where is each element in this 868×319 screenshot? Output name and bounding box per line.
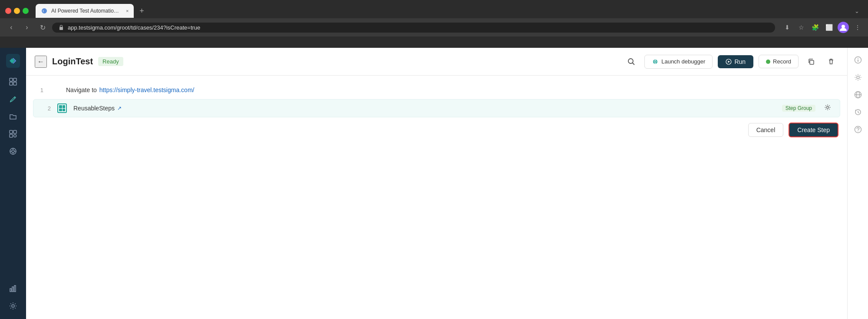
svg-point-23 <box>628 59 633 63</box>
app-logo[interactable] <box>5 53 21 69</box>
browser-titlebar: t AI Powered Test Automation P... × + ⌄ <box>0 0 868 18</box>
forward-button[interactable]: › <box>21 21 33 33</box>
svg-marker-27 <box>728 60 730 63</box>
svg-point-33 <box>857 76 859 79</box>
run-icon <box>726 59 732 65</box>
download-icon[interactable]: ⬇ <box>782 22 792 33</box>
svg-point-29 <box>827 106 829 109</box>
app-layout: ← LoginTest Ready Launch debugger Run Re… <box>0 48 868 319</box>
step-number: 1 <box>35 87 43 93</box>
menu-icon[interactable]: ⋮ <box>852 22 863 33</box>
profile-avatar[interactable] <box>838 22 849 33</box>
step-number: 2 <box>42 105 51 112</box>
traffic-lights <box>5 8 29 14</box>
bookmark-icon[interactable]: ☆ <box>796 22 806 33</box>
svg-rect-8 <box>13 82 17 85</box>
step-content: Navigate to https://simply-travel.testsi… <box>66 86 838 93</box>
page-title: LoginTest <box>52 56 93 66</box>
svg-point-22 <box>12 305 14 307</box>
step-label-text: ReusableSteps <box>73 105 115 112</box>
action-row: Cancel Create Step <box>26 119 847 141</box>
launch-debugger-button[interactable]: Launch debugger <box>644 55 713 69</box>
tab-favicon: t <box>41 7 48 14</box>
lock-icon <box>58 24 64 30</box>
sidebar-item-edit[interactable] <box>5 91 21 107</box>
sidebar-item-folder[interactable] <box>5 109 21 124</box>
sidebar-item-grid[interactable] <box>5 74 21 90</box>
svg-rect-19 <box>10 289 11 292</box>
sidebar-item-target[interactable] <box>5 143 21 159</box>
svg-rect-9 <box>10 130 13 133</box>
svg-point-38 <box>858 131 858 132</box>
active-tab[interactable]: t AI Powered Test Automation P... × <box>36 4 134 18</box>
step-group-tag: Step Group <box>782 105 815 112</box>
delete-button[interactable] <box>824 54 838 69</box>
record-dot <box>766 60 770 64</box>
refresh-button[interactable]: ↻ <box>36 21 49 33</box>
step-row: 1 Navigate to https://simply-travel.test… <box>26 81 847 99</box>
browser-actions: ⬇ ☆ 🧩 ⬜ ⋮ <box>782 22 863 33</box>
status-badge: Ready <box>98 57 123 66</box>
top-header: ← LoginTest Ready Launch debugger Run Re… <box>26 48 847 76</box>
step-icon <box>49 84 61 96</box>
sidebar-item-components[interactable] <box>5 126 21 142</box>
browser-chrome: t AI Powered Test Automation P... × + ⌄ … <box>0 0 868 48</box>
tab-title: AI Powered Test Automation P... <box>51 8 121 14</box>
left-sidebar <box>0 48 26 319</box>
external-link-icon[interactable]: ↗ <box>117 105 122 111</box>
extensions-icon[interactable]: 🧩 <box>810 22 820 33</box>
url-text: app.testsigma.com/groot/td/cases/234?isC… <box>68 24 200 31</box>
svg-rect-11 <box>10 134 13 137</box>
tab-close-icon[interactable]: × <box>126 8 129 13</box>
svg-line-24 <box>633 63 635 65</box>
search-button[interactable] <box>624 54 639 70</box>
create-step-button[interactable]: Create Step <box>789 123 838 137</box>
sidebar-item-chart[interactable] <box>5 281 21 296</box>
browser-toolbar: ‹ › ↻ app.testsigma.com/groot/td/cases/2… <box>0 18 868 37</box>
right-panel-history-icon[interactable] <box>851 105 865 119</box>
svg-point-14 <box>12 150 14 153</box>
svg-rect-10 <box>13 130 17 133</box>
step-row: 2 ReusableSteps ↗ Step Group <box>33 99 840 117</box>
tab-bar: t AI Powered Test Automation P... × + <box>36 4 442 18</box>
run-button[interactable]: Run <box>718 55 753 68</box>
right-panel-info-icon[interactable] <box>851 53 865 67</box>
svg-point-3 <box>842 25 845 28</box>
back-button[interactable]: ← <box>35 56 47 68</box>
address-bar[interactable]: app.testsigma.com/groot/td/cases/234?isC… <box>52 23 775 33</box>
right-panel-help-icon[interactable] <box>851 123 865 136</box>
right-panel <box>847 48 868 319</box>
copy-button[interactable] <box>804 54 818 69</box>
cancel-button[interactable]: Cancel <box>748 123 784 137</box>
close-button[interactable] <box>5 8 11 14</box>
right-panel-globe-icon[interactable] <box>851 88 865 102</box>
back-button[interactable]: ‹ <box>5 21 17 33</box>
right-panel-settings-icon[interactable] <box>851 70 865 84</box>
step-url-link[interactable]: https://simply-travel.testsigma.com/ <box>99 86 195 93</box>
step-table-icon <box>57 103 67 113</box>
svg-rect-2 <box>59 27 63 30</box>
sidebar-item-settings[interactable] <box>5 298 21 314</box>
svg-point-12 <box>14 135 17 137</box>
debugger-icon <box>652 58 659 65</box>
svg-rect-5 <box>10 78 13 81</box>
svg-rect-7 <box>10 82 13 85</box>
svg-rect-21 <box>14 286 16 292</box>
new-tab-button[interactable]: + <box>135 5 148 17</box>
svg-rect-20 <box>12 287 13 292</box>
step-table-icon-wrapper <box>56 102 68 114</box>
step-action-text: Navigate to <box>66 86 97 93</box>
svg-point-32 <box>858 58 858 59</box>
svg-rect-28 <box>810 60 814 64</box>
maximize-button[interactable] <box>23 8 29 14</box>
window-controls: ⌄ <box>855 8 859 14</box>
record-button[interactable]: Record <box>759 55 799 68</box>
profile-toggle-icon[interactable]: ⬜ <box>824 22 834 33</box>
steps-area: 1 Navigate to https://simply-travel.test… <box>26 76 847 319</box>
step-settings-button[interactable] <box>824 104 831 113</box>
main-content: ← LoginTest Ready Launch debugger Run Re… <box>26 48 847 319</box>
step-content: ReusableSteps ↗ <box>73 105 777 112</box>
svg-rect-6 <box>13 78 17 81</box>
minimize-button[interactable] <box>14 8 20 14</box>
